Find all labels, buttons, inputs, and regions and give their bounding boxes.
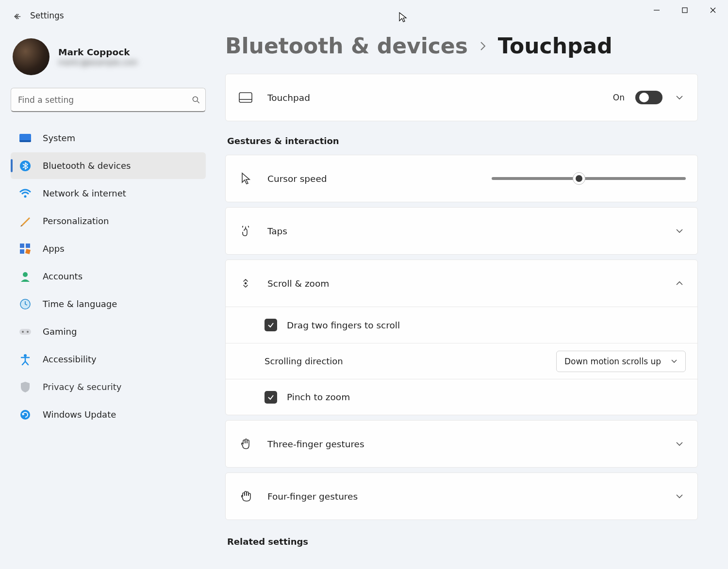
four-finger-card[interactable]: Four-finger gestures	[225, 472, 698, 520]
breadcrumb-parent[interactable]: Bluetooth & devices	[225, 33, 468, 58]
window-close-button[interactable]	[699, 1, 727, 19]
svg-point-15	[24, 354, 27, 357]
scroll-zoom-label: Scroll & zoom	[267, 278, 329, 289]
sidebar-item-label: Time & language	[43, 299, 117, 309]
sidebar-item-accounts[interactable]: Accounts	[11, 263, 206, 290]
sidebar: Mark Coppock markc@example.com System Bl…	[0, 28, 216, 569]
person-icon	[18, 270, 32, 283]
profile-email: markc@example.com	[58, 58, 137, 67]
hand-icon	[237, 438, 254, 450]
touchpad-label: Touchpad	[267, 93, 310, 103]
sidebar-item-label: Windows Update	[43, 409, 116, 420]
scrolling-direction-value: Down motion scrolls up	[564, 357, 661, 366]
three-finger-label: Three-finger gestures	[267, 439, 364, 449]
cursor-icon	[237, 172, 254, 185]
expand-button[interactable]	[673, 493, 686, 499]
clock-globe-icon	[18, 297, 32, 311]
titlebar: Settings	[0, 0, 728, 28]
chevron-down-icon	[675, 95, 684, 100]
window-title: Settings	[30, 11, 64, 20]
chevron-down-icon	[675, 493, 684, 499]
main-content: Bluetooth & devices Touchpad Touchpad On	[216, 28, 728, 569]
pinch-to-zoom-label: Pinch to zoom	[287, 392, 350, 402]
scrolling-direction-row: Scrolling direction Down motion scrolls …	[226, 343, 697, 379]
bluetooth-icon	[18, 159, 32, 173]
scrolling-direction-label: Scrolling direction	[265, 356, 343, 366]
search-button[interactable]	[191, 95, 201, 105]
update-icon	[18, 408, 32, 422]
expand-button[interactable]	[673, 228, 686, 234]
window-maximize-button[interactable]	[671, 1, 699, 19]
sidebar-item-time-language[interactable]: Time & language	[11, 291, 206, 317]
sidebar-item-label: Network & internet	[43, 188, 126, 198]
sidebar-item-label: Accessibility	[43, 354, 97, 364]
chevron-down-icon	[671, 359, 678, 364]
search-input[interactable]	[11, 88, 206, 112]
brush-icon	[18, 214, 32, 228]
apps-icon	[18, 242, 32, 256]
sidebar-item-label: Privacy & security	[43, 382, 122, 392]
sidebar-item-system[interactable]: System	[11, 125, 206, 151]
section-title-related: Related settings	[227, 536, 698, 547]
taps-card[interactable]: Taps	[225, 207, 698, 255]
svg-point-1	[193, 97, 198, 101]
toggle-state-text: On	[613, 93, 625, 102]
profile-block[interactable]: Mark Coppock markc@example.com	[13, 38, 206, 75]
tap-icon	[237, 225, 254, 237]
taps-label: Taps	[267, 226, 287, 236]
maximize-icon	[681, 7, 688, 14]
system-icon	[18, 131, 32, 145]
window-minimize-button[interactable]	[643, 1, 671, 19]
touchpad-card[interactable]: Touchpad On	[225, 74, 698, 121]
cursor-speed-slider[interactable]	[492, 177, 686, 180]
three-finger-card[interactable]: Three-finger gestures	[225, 420, 698, 468]
svg-point-16	[20, 410, 30, 420]
sidebar-item-network[interactable]: Network & internet	[11, 180, 206, 207]
sidebar-item-label: Gaming	[43, 326, 77, 337]
sidebar-item-apps[interactable]: Apps	[11, 235, 206, 262]
cursor-speed-card: Cursor speed	[225, 155, 698, 202]
avatar	[13, 38, 50, 75]
svg-rect-0	[682, 8, 687, 13]
chevron-down-icon	[675, 441, 684, 447]
check-icon	[267, 393, 275, 401]
four-finger-label: Four-finger gestures	[267, 491, 358, 502]
sidebar-item-label: Apps	[43, 244, 65, 254]
sidebar-item-accessibility[interactable]: Accessibility	[11, 346, 206, 373]
page-title: Touchpad	[498, 33, 612, 58]
svg-rect-8	[20, 249, 24, 254]
svg-point-14	[27, 331, 29, 333]
collapse-button[interactable]	[673, 280, 686, 286]
sidebar-item-privacy-security[interactable]: Privacy & security	[11, 374, 206, 400]
sidebar-item-label: Accounts	[43, 271, 83, 281]
scroll-zoom-header[interactable]: Scroll & zoom	[226, 260, 697, 307]
shield-icon	[18, 380, 32, 394]
cursor-speed-label: Cursor speed	[267, 174, 327, 184]
svg-rect-17	[239, 93, 252, 102]
sidebar-item-personalization[interactable]: Personalization	[11, 208, 206, 234]
pinch-to-zoom-checkbox[interactable]	[265, 391, 277, 404]
sidebar-item-gaming[interactable]: Gaming	[11, 318, 206, 345]
svg-point-18	[245, 283, 247, 284]
drag-two-fingers-checkbox[interactable]	[265, 319, 277, 331]
sidebar-item-label: Bluetooth & devices	[43, 161, 131, 171]
expand-button[interactable]	[673, 441, 686, 447]
chevron-down-icon	[675, 228, 684, 234]
sidebar-item-windows-update[interactable]: Windows Update	[11, 401, 206, 428]
chevron-up-icon	[675, 280, 684, 286]
search-icon	[191, 95, 201, 105]
check-icon	[267, 321, 275, 329]
scrolling-direction-select[interactable]: Down motion scrolls up	[556, 351, 686, 372]
section-title-gestures: Gestures & interaction	[227, 136, 698, 146]
svg-rect-6	[20, 244, 24, 248]
pinch-to-zoom-row[interactable]: Pinch to zoom	[226, 379, 697, 415]
svg-rect-7	[26, 244, 30, 248]
sidebar-item-bluetooth-devices[interactable]: Bluetooth & devices	[11, 152, 206, 179]
back-button[interactable]	[9, 8, 26, 25]
touchpad-toggle[interactable]	[635, 91, 662, 104]
drag-two-fingers-label: Drag two fingers to scroll	[287, 320, 400, 330]
scroll-zoom-card: Scroll & zoom Drag two fingers to scroll…	[225, 260, 698, 415]
drag-two-fingers-row[interactable]: Drag two fingers to scroll	[226, 307, 697, 343]
expand-button[interactable]	[673, 95, 686, 100]
touchpad-icon	[237, 92, 254, 103]
